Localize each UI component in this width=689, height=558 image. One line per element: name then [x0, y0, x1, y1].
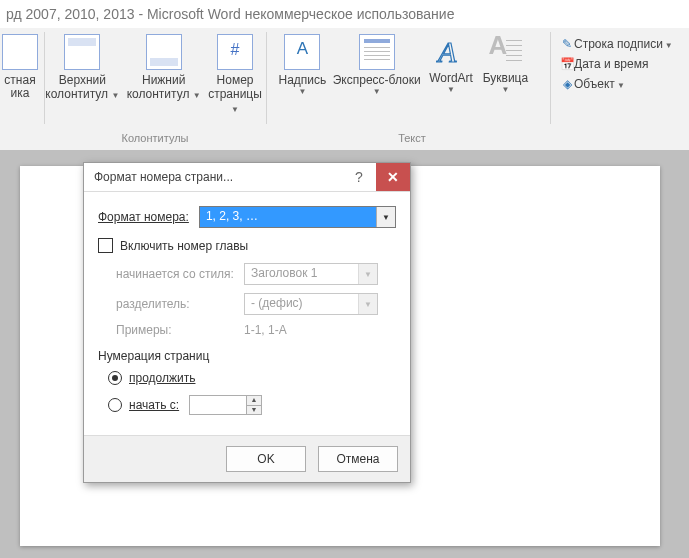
examples-label: Примеры:	[116, 323, 244, 337]
cancel-button[interactable]: Отмена	[318, 446, 398, 472]
spin-down-icon[interactable]: ▼	[247, 406, 261, 415]
calendar-icon: 📅	[560, 54, 574, 74]
chevron-down-icon: ▼	[111, 91, 119, 100]
dropcap-icon	[488, 34, 522, 68]
ok-button[interactable]: OK	[226, 446, 306, 472]
ribbon-button-header[interactable]: Верхний колонтитул ▼	[43, 30, 121, 122]
page-icon	[2, 34, 38, 70]
chevron-down-icon: ▼	[331, 87, 423, 96]
textbox-icon	[284, 34, 320, 70]
starts-with-style-label: начинается со стиля:	[116, 267, 244, 281]
chevron-down-icon: ▼	[617, 81, 625, 90]
spin-up-icon[interactable]: ▲	[247, 396, 261, 406]
help-button[interactable]: ?	[342, 163, 376, 191]
radio-checked-icon	[108, 371, 122, 385]
ribbon-button-signature-line[interactable]: ✎Строка подписи▼	[560, 34, 685, 54]
ribbon-button-quick-parts[interactable]: Экспресс-блоки ▼	[331, 30, 423, 122]
ribbon-group-hf: Колонтитулы	[48, 132, 262, 144]
number-format-combo[interactable]: 1, 2, 3, … ▼	[199, 206, 396, 228]
chevron-down-icon: ▼	[358, 264, 377, 284]
svg-text:A: A	[436, 35, 457, 68]
start-at-radio[interactable]: начать с: ▲▼	[108, 395, 396, 415]
number-format-label: Формат номера:	[98, 210, 189, 224]
separator-combo: - (дефис) ▼	[244, 293, 378, 315]
object-icon: ◈	[560, 74, 574, 94]
continue-radio[interactable]: продолжить	[108, 371, 396, 385]
chevron-down-icon: ▼	[358, 294, 377, 314]
window-title: рд 2007, 2010, 2013 - Microsoft Word нек…	[0, 0, 689, 28]
radio-icon	[108, 398, 122, 412]
chevron-down-icon: ▼	[277, 87, 327, 96]
page-number-icon	[217, 34, 253, 70]
chevron-down-icon: ▼	[665, 41, 673, 50]
ribbon-button-footer[interactable]: Нижний колонтитул ▼	[125, 30, 203, 122]
page-number-format-dialog: Формат номера страни... ? ✕ Формат номер…	[83, 162, 411, 483]
chevron-down-icon: ▼	[426, 85, 476, 94]
quick-parts-icon	[359, 34, 395, 70]
start-at-input[interactable]	[189, 395, 246, 415]
include-chapter-checkbox[interactable]: Включить номер главы	[98, 238, 396, 253]
wordart-icon: A	[436, 34, 466, 68]
ribbon-button-dropcap[interactable]: Буквица ▼	[479, 30, 531, 122]
ribbon-button-page-number[interactable]: Номер страницы ▼	[206, 30, 264, 122]
examples-value: 1-1, 1-A	[244, 323, 287, 337]
ribbon: стная ика Верхний колонтитул ▼ Нижний ко…	[0, 28, 689, 151]
chevron-down-icon: ▼	[231, 105, 239, 114]
ribbon-group-text: Текст	[278, 132, 546, 144]
chapter-style-combo: Заголовок 1 ▼	[244, 263, 378, 285]
signature-icon: ✎	[560, 34, 574, 54]
separator-label: разделитель:	[116, 297, 244, 311]
ribbon-button-textbox[interactable]: Надпись ▼	[277, 30, 327, 122]
ribbon-button-object[interactable]: ◈Объект▼	[560, 74, 685, 94]
start-at-spinner[interactable]: ▲▼	[189, 395, 262, 415]
close-button[interactable]: ✕	[376, 163, 410, 191]
ribbon-button-date-time[interactable]: 📅Дата и время	[560, 54, 685, 74]
page-numbering-group: Нумерация страниц	[98, 349, 396, 363]
chevron-down-icon: ▼	[376, 207, 395, 227]
dialog-title: Формат номера страни...	[84, 170, 342, 184]
ribbon-button-partial[interactable]: стная ика	[0, 30, 40, 122]
chevron-down-icon: ▼	[479, 85, 531, 94]
ribbon-button-wordart[interactable]: A WordArt ▼	[426, 30, 476, 122]
checkbox-icon	[98, 238, 113, 253]
header-icon	[64, 34, 100, 70]
footer-icon	[146, 34, 182, 70]
chevron-down-icon: ▼	[193, 91, 201, 100]
